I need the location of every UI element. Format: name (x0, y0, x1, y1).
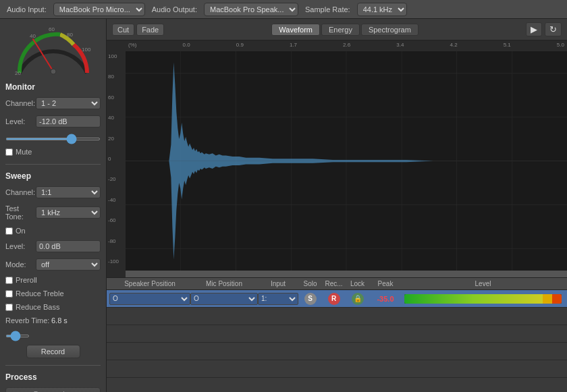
play-button[interactable]: ▶ (526, 22, 542, 36)
level-meter (404, 294, 562, 304)
lock-button[interactable]: 🔒 (352, 293, 364, 305)
header-lock: Lock (346, 280, 369, 287)
waveform-x-labels: (%) 0.0 0.9 1.7 2.6 3.4 4.2 5.1 5.0 (126, 40, 567, 51)
loop-button[interactable]: ↻ (545, 22, 562, 36)
level-meter-green (404, 294, 543, 304)
record-button[interactable]: Record (26, 345, 80, 358)
table-row (107, 360, 567, 378)
waveform-svg (126, 51, 567, 271)
view-tabs: Waveform Energy Spectrogram (271, 24, 418, 36)
fade-button[interactable]: Fade (136, 24, 164, 36)
waveform-scrollbar[interactable] (126, 271, 567, 277)
divider-2 (5, 365, 101, 366)
right-panel: Cut Fade Waveform Energy Spectrogram ▶ ↻… (107, 19, 567, 392)
sweep-reduce-bass-label: Reduce Bass (16, 303, 59, 311)
track-rec[interactable]: R (322, 293, 346, 305)
audio-output-label: Audio Output: (152, 5, 197, 13)
peak-value: -35.0 (377, 295, 394, 303)
monitor-channel-select[interactable]: 1 - 2 (36, 97, 101, 109)
waveform-canvas: 100 80 60 40 20 0 -20 -40 -60 -80 -100 (… (107, 40, 567, 277)
track-list: Speaker Position Mic Position Input Solo… (107, 277, 567, 392)
sample-rate-label: Sample Rate: (305, 5, 350, 13)
sweep-channel-row: Channel: 1:1 (5, 186, 101, 198)
audio-input-label: Audio Input: (7, 5, 47, 13)
level-meter-red (552, 294, 562, 304)
monitor-level-row: Level: -12.0 dB (5, 115, 101, 128)
svg-text:80: 80 (67, 32, 73, 38)
header-input: Input (258, 280, 298, 287)
svg-text:100: 100 (82, 47, 91, 53)
edit-tools: Cut Fade (112, 24, 164, 36)
level-meter-yellow (543, 294, 552, 304)
process-title: Process (5, 372, 101, 382)
monitor-level-input[interactable]: -12.0 dB (36, 115, 101, 128)
sweep-preroll-checkbox[interactable] (5, 277, 13, 284)
sweep-testtone-row: Test Tone: 1 kHz (5, 204, 101, 221)
sweep-reverb-row: Reverb Time: 6.8 s (5, 316, 101, 325)
track-speaker-position: O (109, 293, 190, 305)
sweep-on-label: On (16, 227, 26, 235)
main-layout: 20 40 60 80 100 Monitor Channel: 1 - 2 L… (0, 19, 567, 392)
audio-input-select[interactable]: MacBook Pro Micro... (53, 3, 145, 16)
header-level: Level (402, 280, 564, 287)
input-select[interactable]: 1: (258, 293, 298, 305)
sweep-reduce-treble-label: Reduce Treble (16, 289, 64, 298)
deconvolve-button[interactable]: Deconvolve (5, 387, 101, 392)
table-row (107, 343, 567, 360)
speaker-position-select[interactable]: O (109, 293, 190, 305)
track-header: Speaker Position Mic Position Input Solo… (107, 278, 567, 290)
sweep-testtone-select[interactable]: 1 kHz (36, 206, 101, 219)
sweep-reduce-bass-checkbox[interactable] (5, 304, 13, 311)
monitor-mute-checkbox[interactable] (5, 148, 13, 156)
transport-buttons: ▶ ↻ (526, 22, 562, 36)
tab-spectrogram[interactable]: Spectrogram (361, 24, 418, 36)
monitor-channel-row: Channel: 1 - 2 (5, 97, 101, 109)
sweep-reverb-value: 6.8 s (51, 316, 68, 325)
header-speaker-position: Speaker Position (109, 280, 190, 287)
header-solo: Solo (298, 280, 322, 287)
sweep-level-row: Level: (5, 240, 101, 252)
cut-button[interactable]: Cut (112, 24, 134, 36)
monitor-slider-row (5, 134, 101, 142)
sweep-channel-select[interactable]: 1:1 (36, 186, 101, 198)
sweep-reduce-bass-row: Reduce Bass (5, 303, 101, 311)
sweep-reduce-treble-checkbox[interactable] (5, 290, 13, 298)
svg-point-6 (51, 69, 56, 74)
sweep-mode-label: Mode: (5, 260, 36, 269)
tab-waveform[interactable]: Waveform (271, 24, 320, 36)
svg-text:40: 40 (30, 33, 36, 39)
reverb-slider[interactable] (5, 335, 30, 337)
solo-button[interactable]: S (304, 293, 317, 305)
monitor-title: Monitor (5, 82, 101, 92)
sweep-reverb-label: Reverb Time: (5, 316, 51, 325)
waveform-top-toolbar: Cut Fade Waveform Energy Spectrogram ▶ ↻ (107, 19, 567, 40)
track-solo[interactable]: S (298, 293, 322, 305)
waveform-y-labels: 100 80 60 40 20 0 -20 -40 -60 -80 -100 (107, 40, 126, 277)
sweep-mode-select[interactable]: off (36, 258, 101, 271)
header-peak: Peak (369, 280, 402, 287)
rec-button[interactable]: R (328, 293, 340, 305)
sweep-title: Sweep (5, 171, 101, 181)
sweep-level-input[interactable] (36, 240, 101, 252)
monitor-mute-row: Mute (5, 148, 101, 156)
sweep-reduce-treble-row: Reduce Treble (5, 289, 101, 298)
track-level (402, 294, 564, 304)
waveform-svg-container (126, 51, 567, 271)
audio-output-select[interactable]: MacBook Pro Speak... (204, 3, 298, 16)
mic-position-select[interactable]: O (190, 293, 258, 305)
sweep-preroll-row: Preroll (5, 276, 101, 284)
track-lock[interactable]: 🔒 (346, 293, 369, 305)
monitor-mute-label: Mute (16, 148, 32, 156)
sweep-mode-row: Mode: off (5, 258, 101, 271)
tab-energy[interactable]: Energy (321, 24, 360, 36)
dial-container: 20 40 60 80 100 (9, 24, 97, 78)
sweep-on-checkbox[interactable] (5, 227, 13, 235)
monitor-level-slider[interactable] (5, 138, 101, 140)
sweep-on-row: On (5, 227, 101, 235)
sample-rate-select[interactable]: 44.1 kHz (357, 3, 407, 16)
dial-svg: 20 40 60 80 100 (9, 24, 97, 78)
table-row (107, 308, 567, 325)
divider-1 (5, 164, 101, 165)
waveform-area: Cut Fade Waveform Energy Spectrogram ▶ ↻… (107, 19, 567, 277)
monitor-level-label: Level: (5, 117, 36, 125)
